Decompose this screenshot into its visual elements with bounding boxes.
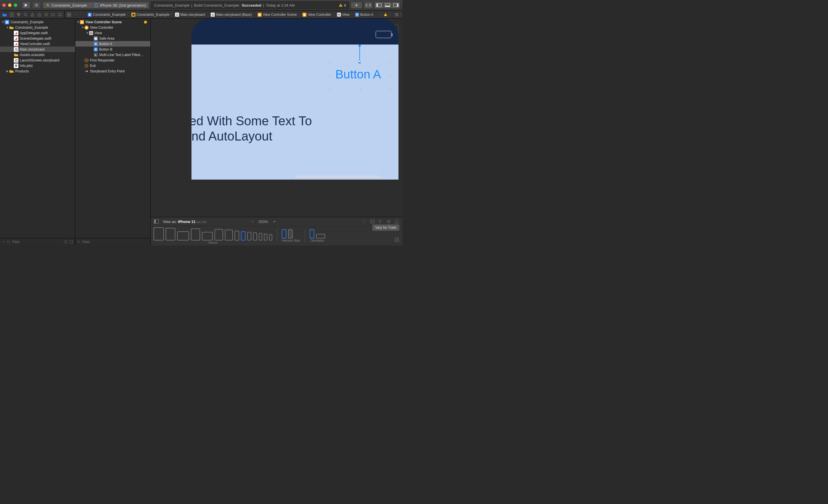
embed-in-icon[interactable] bbox=[370, 219, 375, 224]
scm-filter-icon[interactable] bbox=[69, 240, 73, 244]
scheme-target: Constraints_Example bbox=[51, 3, 87, 7]
main-area: ▼▤Constraints_Example ▼Constraints_Examp… bbox=[0, 19, 403, 245]
plus-icon bbox=[355, 3, 359, 7]
nav-forward-button[interactable]: 〉 bbox=[79, 12, 83, 17]
file-assets[interactable]: Assets.xcassets bbox=[0, 52, 75, 57]
editor-options-icon[interactable] bbox=[395, 13, 399, 17]
warnings-indicator[interactable]: 4 bbox=[339, 3, 346, 7]
outline-scene[interactable]: ▼◉View Controller Scene bbox=[75, 19, 150, 25]
style-group-label: Interface Style bbox=[282, 239, 300, 242]
outline-view[interactable]: ▼▭View bbox=[75, 30, 150, 36]
outline-entry-point[interactable]: Storyboard Entry Point bbox=[75, 68, 150, 74]
file-scenedelegate[interactable]: ◢SceneDelegate.swift bbox=[0, 36, 75, 41]
svg-rect-0 bbox=[35, 4, 38, 7]
outline-vc[interactable]: ▼◉View Controller bbox=[75, 25, 150, 30]
zoom-in-button[interactable]: ＋ bbox=[273, 219, 276, 224]
debug-navigator-tab[interactable] bbox=[44, 13, 48, 17]
vary-for-traits-button[interactable]: Vary for Traits bbox=[372, 224, 400, 231]
outline-filter-input[interactable] bbox=[82, 240, 149, 244]
tree-group[interactable]: ▼Constraints_Example bbox=[0, 25, 75, 30]
nav-back-2[interactable]: 〈 bbox=[378, 12, 382, 17]
file-appdelegate[interactable]: ◢AppDelegate.swift bbox=[0, 30, 75, 36]
selection-box[interactable] bbox=[329, 61, 390, 90]
file-viewcontroller[interactable]: ◢ViewController.swift bbox=[0, 41, 75, 47]
svg-point-26 bbox=[78, 240, 80, 242]
close-window-button[interactable] bbox=[2, 3, 6, 7]
tree-root[interactable]: ▼▤Constraints_Example bbox=[0, 19, 75, 25]
warning-icon[interactable] bbox=[383, 13, 387, 17]
svg-point-2 bbox=[96, 6, 96, 7]
outline-toggle-icon[interactable] bbox=[154, 220, 159, 224]
zoom-out-button[interactable]: − bbox=[252, 220, 254, 224]
report-navigator-tab[interactable] bbox=[58, 13, 62, 17]
file-infoplist[interactable]: ≣Info.plist bbox=[0, 63, 75, 68]
embed-menu-icon[interactable] bbox=[395, 237, 399, 242]
horizontal-scrollbar[interactable] bbox=[295, 176, 381, 178]
outline-button-b[interactable]: BButton B bbox=[75, 47, 150, 52]
file-main-storyboard[interactable]: ◫Main.storyboard bbox=[0, 47, 75, 52]
battery-icon bbox=[375, 31, 391, 38]
scheme-selector[interactable]: Constraints_Example 〉 iPhone SE (2nd gen… bbox=[43, 2, 149, 9]
project-navigator: ▼▤Constraints_Example ▼Constraints_Examp… bbox=[0, 19, 75, 245]
code-review-button[interactable] bbox=[364, 2, 373, 9]
view-as-label[interactable]: View as: iPhone 11 (wC hR) bbox=[163, 220, 207, 224]
breakpoint-navigator-tab[interactable] bbox=[51, 13, 55, 17]
source-control-navigator-tab[interactable] bbox=[10, 13, 14, 17]
tree-products[interactable]: ▶Products bbox=[0, 68, 75, 74]
stop-button[interactable] bbox=[32, 2, 41, 9]
add-button[interactable]: ＋ bbox=[2, 239, 5, 244]
orientation-group[interactable] bbox=[309, 229, 325, 238]
resize-handle[interactable] bbox=[389, 75, 391, 77]
svg-rect-4 bbox=[340, 6, 341, 6]
outline-label[interactable]: LMulti-Line Text Label Filled… bbox=[75, 52, 150, 57]
document-outline: ▼◉View Controller Scene ▼◉View Controlle… bbox=[75, 19, 151, 245]
resize-handle[interactable] bbox=[389, 60, 391, 62]
interface-style-group[interactable] bbox=[282, 229, 300, 238]
toggle-inspector-button[interactable] bbox=[391, 2, 400, 9]
project-navigator-tab[interactable] bbox=[2, 13, 7, 17]
recent-icon[interactable] bbox=[64, 240, 68, 244]
jump-bar[interactable]: ◧Constraints_Example〉 ▦Constraints_Examp… bbox=[85, 12, 376, 17]
related-items-icon[interactable] bbox=[67, 13, 71, 17]
outline-safearea[interactable]: ▣Safe Area bbox=[75, 36, 150, 41]
outline-tree[interactable]: ▼◉View Controller Scene ▼◉View Controlle… bbox=[75, 19, 150, 238]
activity-viewer[interactable]: Constraints_Example | Build Constraints_… bbox=[151, 1, 349, 9]
outline-exit[interactable]: Exit bbox=[75, 63, 150, 68]
filter-input[interactable] bbox=[12, 240, 62, 244]
zoom-level[interactable]: 263% bbox=[258, 220, 268, 224]
file-launchscreen[interactable]: ◫LaunchScreen.storyboard bbox=[0, 57, 75, 63]
resolve-issues-icon[interactable] bbox=[395, 219, 399, 224]
resize-handle[interactable] bbox=[329, 89, 331, 91]
constraint-indicator[interactable] bbox=[359, 46, 360, 62]
resize-handle[interactable] bbox=[359, 89, 361, 91]
symbol-navigator-tab[interactable] bbox=[17, 13, 21, 17]
find-navigator-tab[interactable] bbox=[24, 13, 28, 17]
warning-dot-icon bbox=[144, 21, 147, 24]
outline-first-responder[interactable]: First Responder bbox=[75, 57, 150, 63]
run-button[interactable] bbox=[22, 2, 31, 9]
pin-icon[interactable] bbox=[386, 219, 391, 224]
toggle-navigator-button[interactable] bbox=[374, 2, 383, 9]
resize-handle[interactable] bbox=[389, 89, 391, 91]
issue-navigator-tab[interactable] bbox=[31, 13, 35, 17]
align-icon[interactable] bbox=[378, 219, 383, 224]
project-tree[interactable]: ▼▤Constraints_Example ▼Constraints_Examp… bbox=[0, 19, 75, 238]
test-navigator-tab[interactable] bbox=[37, 13, 41, 17]
nav-forward-2[interactable]: 〉 bbox=[389, 12, 393, 17]
update-frames-icon[interactable] bbox=[362, 219, 367, 224]
interface-builder-canvas: Button A xt Label Filled With Some Text … bbox=[151, 19, 403, 245]
library-button[interactable] bbox=[351, 2, 362, 9]
minimize-window-button[interactable] bbox=[8, 3, 11, 7]
arrow-right-icon bbox=[85, 69, 89, 73]
nav-back-button[interactable]: 〈 bbox=[73, 12, 77, 17]
resize-handle[interactable] bbox=[329, 60, 331, 62]
device-group-ipad[interactable] bbox=[154, 227, 272, 240]
outline-button-a[interactable]: BButton A bbox=[75, 41, 150, 47]
resize-handle[interactable] bbox=[329, 75, 331, 77]
canvas-viewport[interactable]: Button A xt Label Filled With Some Text … bbox=[151, 19, 403, 217]
toggle-debug-button[interactable] bbox=[383, 2, 391, 9]
zoom-window-button[interactable] bbox=[14, 3, 17, 7]
resize-handle[interactable] bbox=[359, 60, 361, 62]
svg-rect-13 bbox=[19, 13, 20, 14]
canvas-label[interactable]: xt Label Filled With Some Text To onstra… bbox=[192, 113, 393, 144]
